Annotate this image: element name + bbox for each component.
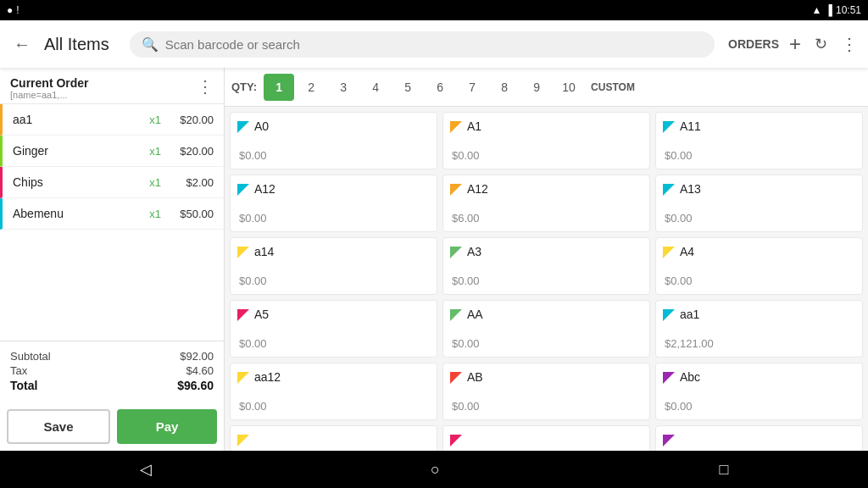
qty-button-2[interactable]: 2 bbox=[296, 74, 326, 101]
corner-triangle-icon bbox=[237, 309, 249, 321]
order-more-button[interactable]: ⋮ bbox=[197, 76, 214, 97]
add-button[interactable]: + bbox=[786, 29, 804, 59]
grid-item[interactable]: a14 $0.00 bbox=[230, 237, 437, 295]
order-title-block: Current Order [name=aa1,... bbox=[10, 76, 89, 100]
grid-item[interactable] bbox=[442, 425, 650, 451]
grid-item-top: A12 bbox=[237, 182, 428, 196]
search-bar[interactable]: 🔍 bbox=[130, 31, 715, 58]
grid-item-name: A1 bbox=[467, 119, 481, 133]
qty-button-3[interactable]: 3 bbox=[328, 74, 359, 101]
grid-item[interactable]: A3 $0.00 bbox=[442, 237, 650, 295]
total-value: $96.60 bbox=[177, 379, 214, 392]
orders-label: ORDERS bbox=[728, 37, 779, 51]
item-qty: x1 bbox=[149, 208, 161, 220]
grid-item-name: A12 bbox=[467, 182, 488, 196]
grid-item-name: aa12 bbox=[254, 370, 281, 384]
grid-item-price: $6.00 bbox=[450, 212, 641, 225]
grid-item-top: A11 bbox=[663, 119, 854, 133]
refresh-button[interactable]: ↻ bbox=[811, 31, 831, 57]
grid-item[interactable]: A1 $0.00 bbox=[442, 112, 650, 169]
grid-item[interactable] bbox=[655, 425, 863, 451]
grid-item[interactable]: A12 $0.00 bbox=[230, 175, 437, 232]
content-area: Current Order [name=aa1,... ⋮ aa1 x1 $20… bbox=[0, 68, 868, 451]
order-title: Current Order bbox=[10, 76, 89, 90]
nav-recent-button[interactable]: □ bbox=[698, 454, 748, 485]
order-item[interactable]: Ginger x1 $20.00 bbox=[0, 136, 224, 167]
order-item[interactable]: Chips x1 $2.00 bbox=[0, 167, 224, 198]
grid-item-name: A0 bbox=[254, 119, 269, 133]
grid-item[interactable]: A4 $0.00 bbox=[655, 237, 863, 295]
grid-item[interactable]: A0 $0.00 bbox=[230, 112, 437, 169]
grid-item-price: $0.00 bbox=[663, 149, 854, 162]
tax-row: Tax $4.60 bbox=[10, 364, 214, 377]
qty-button-7[interactable]: 7 bbox=[457, 74, 487, 101]
status-right: ▲ ▐ 10:51 bbox=[812, 4, 861, 16]
grid-item[interactable]: A5 $0.00 bbox=[230, 300, 437, 358]
item-name: Abemenu bbox=[13, 207, 149, 220]
grid-item-top bbox=[237, 433, 428, 446]
corner-triangle-icon bbox=[450, 372, 462, 384]
order-totals: Subtotal $92.00 Tax $4.60 Total $96.60 bbox=[0, 341, 224, 402]
grid-item-name: A3 bbox=[467, 245, 481, 258]
grid-item-price: $0.00 bbox=[450, 337, 641, 350]
action-buttons: Save Pay bbox=[0, 402, 224, 451]
top-bar: ← All Items 🔍 ORDERS + ↻ ⋮ bbox=[0, 20, 868, 68]
corner-triangle-icon bbox=[450, 435, 462, 446]
grid-item[interactable] bbox=[230, 425, 437, 451]
pay-button[interactable]: Pay bbox=[117, 409, 217, 444]
qty-button-1[interactable]: 1 bbox=[264, 74, 294, 101]
corner-triangle-icon bbox=[450, 247, 462, 258]
battery-icon: ▐ bbox=[825, 4, 832, 16]
save-button[interactable]: Save bbox=[7, 409, 110, 444]
page-title: All Items bbox=[44, 35, 109, 54]
grid-item-price: $0.00 bbox=[450, 274, 641, 287]
items-grid: A0 $0.00 A1 $0.00 A11 $0.00 A12 $0.00 A1… bbox=[225, 107, 868, 451]
corner-triangle-icon bbox=[237, 435, 249, 446]
grid-item[interactable]: A11 $0.00 bbox=[655, 112, 863, 169]
order-item[interactable]: aa1 x1 $20.00 bbox=[0, 104, 224, 136]
nav-home-button[interactable]: ○ bbox=[410, 454, 460, 485]
qty-button-8[interactable]: 8 bbox=[489, 74, 520, 101]
subtotal-label: Subtotal bbox=[10, 350, 51, 363]
grid-item-top: A4 bbox=[663, 245, 854, 258]
nav-back-button[interactable]: ◁ bbox=[120, 453, 172, 485]
qty-button-9[interactable]: 9 bbox=[521, 74, 552, 101]
grid-item-top: A1 bbox=[450, 119, 641, 133]
grid-item-top bbox=[450, 433, 641, 446]
item-qty: x1 bbox=[149, 176, 161, 189]
right-panel: QTY: 12345678910 CUSTOM A0 $0.00 A1 $0.0… bbox=[225, 68, 868, 451]
grid-item-name: Abc bbox=[680, 370, 700, 384]
item-name: Ginger bbox=[13, 144, 149, 158]
grid-item[interactable]: A13 $0.00 bbox=[655, 175, 863, 232]
grid-item-price: $2,121.00 bbox=[663, 337, 854, 350]
qty-bar: QTY: 12345678910 CUSTOM bbox=[225, 68, 868, 107]
grid-item[interactable]: AA $0.00 bbox=[442, 300, 650, 358]
grid-item-name: A13 bbox=[680, 182, 701, 196]
corner-triangle-icon bbox=[450, 184, 462, 196]
corner-triangle-icon bbox=[663, 121, 675, 133]
grid-item[interactable]: A12 $6.00 bbox=[442, 175, 650, 232]
grid-item-top: A3 bbox=[450, 245, 641, 258]
qty-button-10[interactable]: 10 bbox=[554, 74, 584, 101]
grid-item[interactable]: Abc $0.00 bbox=[655, 363, 863, 420]
grid-item[interactable]: aa1 $2,121.00 bbox=[655, 300, 863, 358]
grid-item-top: AB bbox=[450, 370, 641, 384]
subtotal-value: $92.00 bbox=[180, 350, 214, 363]
grid-item-top: A13 bbox=[663, 182, 854, 196]
grid-item-price: $0.00 bbox=[237, 149, 428, 162]
qty-button-4[interactable]: 4 bbox=[360, 74, 391, 101]
qty-button-6[interactable]: 6 bbox=[425, 74, 455, 101]
grid-item-top: A5 bbox=[237, 308, 428, 321]
qty-button-5[interactable]: 5 bbox=[392, 74, 423, 101]
grid-item-name: A12 bbox=[254, 182, 275, 196]
grid-item-name: A11 bbox=[680, 119, 701, 133]
qty-label: QTY: bbox=[231, 80, 257, 93]
back-button[interactable]: ← bbox=[7, 31, 37, 58]
search-input[interactable] bbox=[165, 37, 703, 52]
grid-item[interactable]: aa12 $0.00 bbox=[230, 363, 437, 420]
grid-item[interactable]: AB $0.00 bbox=[442, 363, 650, 420]
more-button[interactable]: ⋮ bbox=[837, 30, 861, 58]
order-item[interactable]: Abemenu x1 $50.00 bbox=[0, 198, 224, 230]
qty-custom-label[interactable]: CUSTOM bbox=[587, 81, 638, 93]
grid-item-name: AB bbox=[467, 370, 483, 384]
